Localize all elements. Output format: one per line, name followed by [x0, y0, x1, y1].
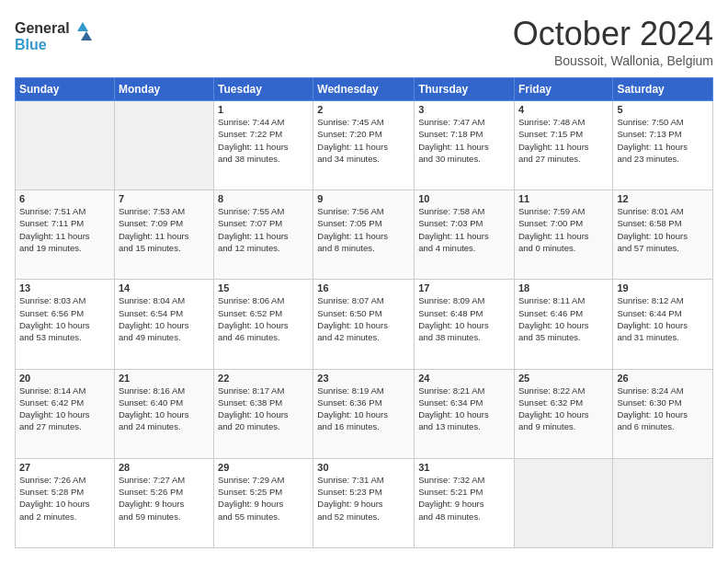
- day-info: Sunrise: 8:12 AM Sunset: 6:44 PM Dayligh…: [617, 294, 709, 343]
- logo-svg: General Blue: [15, 15, 97, 56]
- day-number: 3: [418, 104, 510, 115]
- day-number: 29: [218, 462, 309, 473]
- day-info: Sunrise: 7:45 AM Sunset: 7:20 PM Dayligh…: [317, 116, 410, 165]
- calendar-cell: 16Sunrise: 8:07 AM Sunset: 6:50 PM Dayli…: [313, 280, 415, 369]
- day-info: Sunrise: 8:19 AM Sunset: 6:36 PM Dayligh…: [317, 385, 410, 433]
- calendar-header-row: SundayMondayTuesdayWednesdayThursdayFrid…: [16, 78, 713, 101]
- svg-text:Blue: Blue: [15, 37, 47, 52]
- day-number: 8: [218, 193, 309, 204]
- day-info: Sunrise: 8:06 AM Sunset: 6:52 PM Dayligh…: [218, 294, 309, 343]
- calendar-week-row: 1Sunrise: 7:44 AM Sunset: 7:22 PM Daylig…: [16, 101, 713, 190]
- calendar-cell: 9Sunrise: 7:56 AM Sunset: 7:05 PM Daylig…: [313, 190, 415, 280]
- day-info: Sunrise: 8:09 AM Sunset: 6:48 PM Dayligh…: [418, 294, 510, 343]
- calendar-table: SundayMondayTuesdayWednesdayThursdayFrid…: [15, 77, 713, 548]
- day-info: Sunrise: 8:07 AM Sunset: 6:50 PM Dayligh…: [317, 294, 410, 343]
- day-info: Sunrise: 8:17 AM Sunset: 6:38 PM Dayligh…: [218, 385, 309, 433]
- day-info: Sunrise: 8:04 AM Sunset: 6:54 PM Dayligh…: [119, 294, 210, 343]
- calendar-cell: 10Sunrise: 7:58 AM Sunset: 7:03 PM Dayli…: [415, 190, 515, 280]
- day-info: Sunrise: 8:01 AM Sunset: 6:58 PM Dayligh…: [617, 205, 709, 254]
- day-info: Sunrise: 7:26 AM Sunset: 5:28 PM Dayligh…: [19, 474, 110, 523]
- calendar-cell: 3Sunrise: 7:47 AM Sunset: 7:18 PM Daylig…: [415, 101, 515, 190]
- day-number: 4: [518, 104, 609, 115]
- day-info: Sunrise: 7:27 AM Sunset: 5:26 PM Dayligh…: [119, 474, 210, 523]
- day-number: 20: [19, 373, 110, 384]
- svg-text:General: General: [15, 20, 70, 36]
- day-number: 23: [317, 373, 410, 384]
- calendar-cell: 5Sunrise: 7:50 AM Sunset: 7:13 PM Daylig…: [613, 101, 713, 190]
- day-info: Sunrise: 8:24 AM Sunset: 6:30 PM Dayligh…: [617, 385, 709, 433]
- title-section: October 2024 Boussoit, Wallonia, Belgium: [513, 15, 713, 68]
- calendar-cell: 22Sunrise: 8:17 AM Sunset: 6:38 PM Dayli…: [214, 369, 313, 458]
- day-info: Sunrise: 7:44 AM Sunset: 7:22 PM Dayligh…: [218, 116, 309, 165]
- day-info: Sunrise: 7:58 AM Sunset: 7:03 PM Dayligh…: [418, 205, 510, 254]
- day-number: 13: [19, 282, 110, 293]
- calendar-week-row: 20Sunrise: 8:14 AM Sunset: 6:42 PM Dayli…: [16, 369, 713, 458]
- calendar-cell: 18Sunrise: 8:11 AM Sunset: 6:46 PM Dayli…: [514, 280, 612, 369]
- day-info: Sunrise: 7:55 AM Sunset: 7:07 PM Dayligh…: [218, 205, 309, 254]
- day-info: Sunrise: 8:11 AM Sunset: 6:46 PM Dayligh…: [518, 294, 609, 343]
- day-number: 12: [617, 193, 709, 204]
- calendar-cell: 27Sunrise: 7:26 AM Sunset: 5:28 PM Dayli…: [16, 458, 115, 547]
- day-info: Sunrise: 7:47 AM Sunset: 7:18 PM Dayligh…: [418, 116, 510, 165]
- day-header: Tuesday: [214, 78, 313, 101]
- calendar-cell: 17Sunrise: 8:09 AM Sunset: 6:48 PM Dayli…: [415, 280, 515, 369]
- calendar-cell: 12Sunrise: 8:01 AM Sunset: 6:58 PM Dayli…: [613, 190, 713, 280]
- month-title: October 2024: [513, 15, 713, 53]
- calendar-cell: 13Sunrise: 8:03 AM Sunset: 6:56 PM Dayli…: [16, 280, 115, 369]
- calendar-cell: 6Sunrise: 7:51 AM Sunset: 7:11 PM Daylig…: [16, 190, 115, 280]
- day-number: 28: [119, 462, 210, 473]
- calendar-cell: 28Sunrise: 7:27 AM Sunset: 5:26 PM Dayli…: [114, 458, 213, 547]
- day-number: 24: [418, 373, 510, 384]
- day-header: Wednesday: [313, 78, 415, 101]
- day-number: 30: [317, 462, 410, 473]
- calendar-cell: 11Sunrise: 7:59 AM Sunset: 7:00 PM Dayli…: [514, 190, 612, 280]
- header: General Blue October 2024 Boussoit, Wall…: [15, 15, 713, 68]
- day-info: Sunrise: 7:31 AM Sunset: 5:23 PM Dayligh…: [317, 474, 410, 523]
- day-header: Monday: [114, 78, 213, 101]
- day-info: Sunrise: 7:50 AM Sunset: 7:13 PM Dayligh…: [617, 116, 709, 165]
- calendar-cell: [613, 458, 713, 547]
- day-header: Friday: [514, 78, 612, 101]
- calendar-cell: 1Sunrise: 7:44 AM Sunset: 7:22 PM Daylig…: [214, 101, 313, 190]
- logo-content: General Blue: [15, 15, 97, 60]
- day-number: 5: [617, 104, 709, 115]
- day-number: 6: [19, 193, 110, 204]
- calendar-cell: 25Sunrise: 8:22 AM Sunset: 6:32 PM Dayli…: [514, 369, 612, 458]
- day-header: Saturday: [613, 78, 713, 101]
- logo: General Blue: [15, 15, 97, 60]
- day-info: Sunrise: 7:48 AM Sunset: 7:15 PM Dayligh…: [518, 116, 609, 165]
- calendar-cell: 8Sunrise: 7:55 AM Sunset: 7:07 PM Daylig…: [214, 190, 313, 280]
- day-number: 9: [317, 193, 410, 204]
- day-header: Sunday: [16, 78, 115, 101]
- day-info: Sunrise: 8:03 AM Sunset: 6:56 PM Dayligh…: [19, 294, 110, 343]
- calendar-cell: 26Sunrise: 8:24 AM Sunset: 6:30 PM Dayli…: [613, 369, 713, 458]
- svg-marker-2: [77, 22, 88, 31]
- day-number: 27: [19, 462, 110, 473]
- day-number: 18: [518, 282, 609, 293]
- day-info: Sunrise: 7:53 AM Sunset: 7:09 PM Dayligh…: [119, 205, 210, 254]
- day-info: Sunrise: 7:56 AM Sunset: 7:05 PM Dayligh…: [317, 205, 410, 254]
- day-number: 21: [119, 373, 210, 384]
- calendar-cell: [514, 458, 612, 547]
- location: Boussoit, Wallonia, Belgium: [513, 53, 713, 68]
- day-info: Sunrise: 7:51 AM Sunset: 7:11 PM Dayligh…: [19, 205, 110, 254]
- day-number: 17: [418, 282, 510, 293]
- day-number: 16: [317, 282, 410, 293]
- calendar-cell: 4Sunrise: 7:48 AM Sunset: 7:15 PM Daylig…: [514, 101, 612, 190]
- calendar-cell: 19Sunrise: 8:12 AM Sunset: 6:44 PM Dayli…: [613, 280, 713, 369]
- calendar-cell: 15Sunrise: 8:06 AM Sunset: 6:52 PM Dayli…: [214, 280, 313, 369]
- calendar-cell: 21Sunrise: 8:16 AM Sunset: 6:40 PM Dayli…: [114, 369, 213, 458]
- calendar-cell: 2Sunrise: 7:45 AM Sunset: 7:20 PM Daylig…: [313, 101, 415, 190]
- calendar-week-row: 6Sunrise: 7:51 AM Sunset: 7:11 PM Daylig…: [16, 190, 713, 280]
- calendar-cell: 14Sunrise: 8:04 AM Sunset: 6:54 PM Dayli…: [114, 280, 213, 369]
- svg-marker-3: [81, 31, 92, 40]
- day-number: 22: [218, 373, 309, 384]
- day-info: Sunrise: 8:22 AM Sunset: 6:32 PM Dayligh…: [518, 385, 609, 433]
- day-number: 25: [518, 373, 609, 384]
- day-number: 31: [418, 462, 510, 473]
- day-number: 19: [617, 282, 709, 293]
- day-number: 14: [119, 282, 210, 293]
- calendar-week-row: 27Sunrise: 7:26 AM Sunset: 5:28 PM Dayli…: [16, 458, 713, 547]
- day-number: 10: [418, 193, 510, 204]
- day-number: 2: [317, 104, 410, 115]
